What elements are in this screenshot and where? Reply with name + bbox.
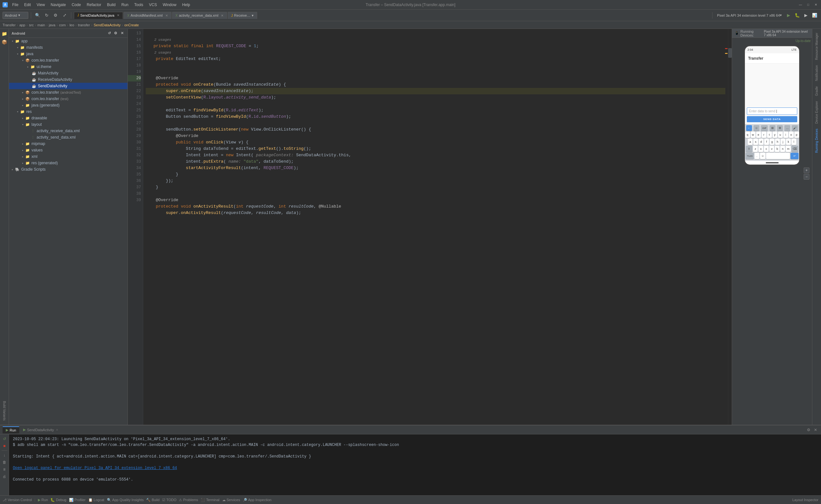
menu-help[interactable]: Help: [179, 2, 192, 8]
status-todo[interactable]: ☑ TODO: [162, 498, 176, 502]
tree-receive-activity[interactable]: ☕ ReceiveDataActivity: [9, 76, 127, 83]
tree-activity-receive-xml[interactable]: ⋮ activity_receive_data.xml: [9, 128, 127, 134]
tree-values[interactable]: ▸ 📁 values: [9, 147, 127, 153]
sidebar-gear-btn[interactable]: ⚙: [113, 30, 118, 36]
tab-activity-receive[interactable]: X activity_receive_data.xml ✕: [172, 12, 227, 19]
kbd-backspace[interactable]: ⌫: [791, 146, 798, 152]
tab-close-run[interactable]: ✕: [56, 428, 58, 431]
breadcrumb-java[interactable]: java: [49, 23, 55, 27]
menu-window[interactable]: Window: [160, 2, 179, 8]
bottom-tab-send-activity[interactable]: ▶ SendDataActivity ✕: [20, 426, 62, 433]
kbd-j[interactable]: j: [781, 139, 785, 145]
right-tab-resource-manager[interactable]: Resource Manager: [814, 30, 819, 63]
kbd-k[interactable]: k: [786, 139, 791, 145]
sidebar-sync-btn[interactable]: ↺: [106, 30, 112, 36]
kbd-i[interactable]: i: [783, 132, 788, 138]
kbd-settings[interactable]: ⚙: [777, 125, 783, 131]
breadcrumb-main[interactable]: main: [38, 23, 45, 27]
tree-res-generated[interactable]: ▸ 📁 res (generated): [9, 160, 127, 166]
kbd-gif[interactable]: GIF: [761, 125, 768, 131]
menu-code[interactable]: Code: [69, 2, 83, 8]
kbd-w[interactable]: w: [751, 132, 756, 138]
run-panel-settings[interactable]: ⚙: [806, 427, 811, 433]
kbd-t[interactable]: t: [767, 132, 772, 138]
tab-close-receive[interactable]: ✕: [221, 14, 224, 17]
tab-receive-java[interactable]: J Receive… ▾: [228, 12, 257, 19]
kbd-mic[interactable]: 🎤: [792, 125, 798, 131]
kbd-enter[interactable]: ↵: [791, 153, 799, 159]
maximize-button[interactable]: □: [806, 2, 811, 7]
zoom-out-button[interactable]: −: [804, 174, 809, 180]
menu-edit[interactable]: Edit: [21, 2, 33, 8]
kbd-l[interactable]: l: [791, 139, 796, 145]
menu-vcs[interactable]: VCS: [146, 2, 159, 8]
kbd-z[interactable]: z: [753, 146, 758, 152]
menu-navigate[interactable]: Navigate: [48, 2, 68, 8]
kbd-shift[interactable]: ⇧: [746, 146, 752, 152]
kbd-x[interactable]: x: [758, 146, 763, 152]
search-everywhere-button[interactable]: 🔍: [34, 12, 41, 19]
project-selector[interactable]: Android ▾: [3, 12, 28, 19]
profile-button[interactable]: 📊: [811, 12, 818, 19]
kbd-u[interactable]: u: [778, 132, 783, 138]
sync-button[interactable]: ↻: [43, 12, 50, 19]
minimize-button[interactable]: —: [798, 2, 803, 7]
breadcrumb-src[interactable]: src: [29, 23, 34, 27]
kbd-v[interactable]: v: [769, 146, 774, 152]
tree-ui-theme[interactable]: ▸ 📁 ui.theme: [9, 64, 127, 70]
kbd-clipboard[interactable]: ⊞: [770, 125, 775, 131]
code-content[interactable]: 2 usages private static final int REQUES…: [143, 29, 728, 425]
kbd-p[interactable]: p: [794, 132, 799, 138]
tree-gradle-scripts[interactable]: ▸ 🐘 Gradle Scripts: [9, 166, 127, 173]
console-line-logcat-link[interactable]: Open logcat panel for emulator Pixel 3a …: [13, 465, 817, 471]
tab-close-manifest[interactable]: ✕: [165, 14, 168, 17]
menu-view[interactable]: View: [34, 2, 47, 8]
tab-android-manifest[interactable]: X AndroidManifest.xml ✕: [124, 12, 171, 19]
breadcrumb-transfer[interactable]: Transfer: [3, 23, 16, 27]
tree-app[interactable]: ▾ 📁 app: [9, 38, 127, 44]
menu-run[interactable]: Run: [119, 2, 131, 8]
project-panel-icon[interactable]: 📁: [1, 30, 8, 37]
tree-xml[interactable]: ▸ 📁 xml: [9, 153, 127, 160]
tree-layout[interactable]: ▾ 📁 layout: [9, 121, 127, 128]
breadcrumb-com[interactable]: com: [59, 23, 66, 27]
sidebar-close-btn[interactable]: ✕: [119, 30, 125, 36]
run-panel-close[interactable]: ✕: [813, 427, 818, 433]
tree-main-activity[interactable]: ☕ MainActivity: [9, 70, 127, 76]
tree-send-activity[interactable]: ☕ SendDataActivity: [9, 83, 127, 89]
breadcrumb-leo[interactable]: leo: [69, 23, 74, 27]
tree-mipmap[interactable]: ▸ 📁 mipmap: [9, 141, 127, 147]
menu-refactor[interactable]: Refactor: [84, 2, 104, 8]
status-app-quality[interactable]: 🔍 App Quality Insights: [107, 498, 144, 502]
kbd-emoji-smile[interactable]: ☺: [754, 125, 759, 131]
close-button[interactable]: ✕: [813, 2, 818, 7]
zoom-controls[interactable]: + −: [732, 167, 812, 180]
expand-button[interactable]: ⤢: [61, 12, 68, 19]
run-config-dropdown[interactable]: Pixel 3a API 34 extension level 7 x86 64…: [715, 12, 784, 19]
status-problems[interactable]: ⚠ Problems: [179, 498, 198, 502]
status-logcat[interactable]: 📋 Logcat: [88, 498, 104, 502]
menu-bar[interactable]: File Edit View Navigate Code Refactor Bu…: [10, 2, 192, 8]
tree-res[interactable]: ▾ 📁 res: [9, 108, 127, 115]
right-tab-running-devices[interactable]: Running Devices: [814, 126, 819, 156]
menu-build[interactable]: Build: [104, 2, 118, 8]
kbd-h[interactable]: h: [775, 139, 780, 145]
tree-java[interactable]: ▾ 📁 java: [9, 51, 127, 57]
stop-button[interactable]: ■: [1, 443, 8, 449]
status-build[interactable]: 🔨 Build: [146, 498, 159, 502]
print-output-button[interactable]: 🖨: [1, 473, 8, 480]
debug-button[interactable]: 🐛: [793, 12, 801, 19]
status-vcs[interactable]: ⎇ Version Control: [3, 498, 32, 502]
right-tab-gradle[interactable]: Gradle: [814, 84, 819, 98]
tree-activity-send-xml[interactable]: ⋮ activity_send_data.xml: [9, 134, 127, 141]
bottom-tab-run[interactable]: ▶ Run: [3, 426, 19, 433]
editor-content[interactable]: 13 14 15 16 17 18 19 20 21 22 23 24 25 2…: [128, 29, 732, 425]
zoom-in-button[interactable]: +: [804, 167, 809, 173]
breadcrumb-method[interactable]: onCreate: [124, 23, 139, 27]
tab-close-send[interactable]: ✕: [117, 13, 119, 17]
phone-keyboard[interactable]: ← ☺ GIF ⊞ ⚙ … 🎤 q w e r t: [745, 124, 799, 161]
kbd-space[interactable]: [766, 153, 790, 159]
phone-input-field[interactable]: Enter data to send |: [747, 107, 797, 115]
kbd-f[interactable]: f: [764, 139, 769, 145]
kbd-period[interactable]: .: [755, 153, 759, 159]
